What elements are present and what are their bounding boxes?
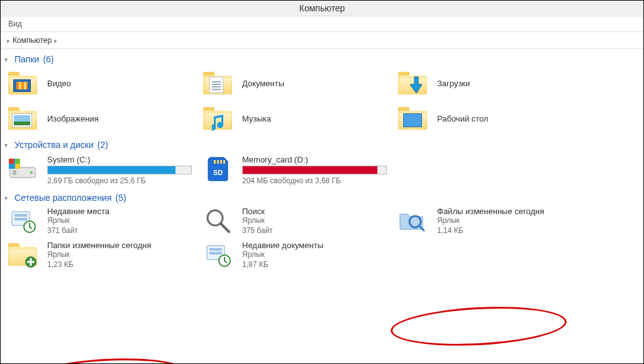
- network-item-type: Ярлык: [437, 216, 544, 226]
- network-recent-places[interactable]: Недавние места Ярлык 371 байт: [7, 205, 202, 237]
- recent-places-icon: [7, 207, 38, 234]
- drive-memory-card[interactable]: SD Memory_card (D:) 204 МБ свободно из 3…: [202, 152, 397, 188]
- section-folders-count: (6): [43, 54, 53, 64]
- annotation-circle-icon: [390, 303, 568, 350]
- folder-label: Музыка: [242, 114, 271, 123]
- network-item-size: 1,23 КБ: [47, 260, 151, 270]
- svg-rect-24: [209, 252, 222, 254]
- section-drives[interactable]: ▾ Устройства и диски (2): [1, 135, 643, 152]
- svg-rect-6: [9, 164, 14, 169]
- section-drives-title: Устройства и диски: [14, 140, 94, 150]
- drive-capacity-bar: [242, 166, 387, 174]
- folder-label: Изображения: [47, 114, 99, 123]
- svg-text:SD: SD: [213, 169, 223, 176]
- folder-documents[interactable]: Документы: [202, 67, 397, 100]
- svg-rect-8: [214, 160, 216, 164]
- network-item-name: Папки измененные сегодня: [47, 241, 151, 250]
- music-folder-icon: [202, 105, 233, 132]
- breadcrumb-root[interactable]: Компьютер: [13, 36, 52, 45]
- section-network-title: Сетевые расположения: [14, 193, 112, 203]
- network-item-type: Ярлык: [47, 216, 109, 226]
- menu-bar: Вид: [1, 16, 643, 32]
- hdd-icon: [7, 155, 38, 183]
- network-item-name: Поиск: [242, 207, 273, 216]
- network-item-size: 1,14 КБ: [437, 226, 544, 236]
- svg-rect-14: [14, 214, 27, 217]
- network-search[interactable]: Поиск Ярлык 375 байт: [202, 205, 397, 237]
- network-folders-today[interactable]: Папки измененные сегодня Ярлык 1,23 КБ: [7, 239, 202, 271]
- section-folders[interactable]: ▾ Папки (6): [1, 49, 643, 67]
- search-icon: [202, 207, 233, 234]
- network-item-type: Ярлык: [242, 216, 273, 226]
- folder-label: Видео: [47, 79, 71, 88]
- svg-rect-10: [220, 160, 222, 164]
- drive-system[interactable]: System (C:) 2,69 ГБ свободно из 25,6 ГБ: [7, 152, 202, 188]
- network-item-name: Недавние места: [47, 207, 109, 216]
- pictures-folder-icon: [7, 105, 38, 132]
- folder-videos[interactable]: Видео: [7, 67, 202, 100]
- section-folders-title: Папки: [14, 54, 39, 64]
- network-item-name: Недавние документы: [242, 241, 323, 250]
- collapse-icon: ▾: [4, 195, 11, 202]
- network-files-today[interactable]: Файлы измененные сегодня Ярлык 1,14 КБ: [397, 205, 592, 237]
- sd-card-icon: SD: [202, 155, 233, 183]
- annotation-circle-icon: [24, 355, 189, 364]
- svg-rect-7: [15, 164, 20, 169]
- svg-rect-5: [15, 159, 20, 164]
- documents-folder-icon: [202, 69, 233, 97]
- collapse-icon: ▾: [4, 56, 11, 63]
- drive-free-text: 204 МБ свободно из 3,68 ГБ: [242, 176, 387, 185]
- breadcrumb[interactable]: ▸ Компьютер ▸: [1, 32, 643, 49]
- folder-pictures[interactable]: Изображения: [7, 102, 202, 135]
- section-network[interactable]: ▾ Сетевые расположения (5): [1, 188, 643, 205]
- folder-label: Документы: [242, 79, 284, 88]
- svg-rect-1: [13, 170, 16, 175]
- folder-downloads[interactable]: Загрузки: [397, 67, 592, 100]
- drive-free-text: 2,69 ГБ свободно из 25,6 ГБ: [47, 176, 192, 185]
- svg-rect-15: [14, 218, 27, 220]
- svg-rect-4: [9, 159, 14, 164]
- svg-rect-23: [209, 248, 222, 251]
- chevron-right-icon: ▸: [7, 37, 10, 44]
- section-network-count: (5): [116, 193, 126, 203]
- svg-point-2: [30, 171, 33, 174]
- chevron-right-icon: ▸: [54, 37, 57, 44]
- folder-label: Рабочий стол: [437, 114, 489, 123]
- desktop-folder-icon: [397, 105, 428, 132]
- network-recent-docs[interactable]: Недавние документы Ярлык 1,87 КБ: [202, 239, 397, 271]
- drive-fill: [243, 166, 377, 174]
- downloads-folder-icon: [397, 69, 428, 97]
- folder-music[interactable]: Музыка: [202, 102, 397, 135]
- network-item-size: 371 байт: [47, 226, 109, 236]
- collapse-icon: ▾: [4, 142, 11, 149]
- drive-name: System (C:): [47, 155, 192, 164]
- svg-line-18: [221, 224, 229, 232]
- folder-label: Загрузки: [437, 79, 470, 88]
- drive-capacity-bar: [47, 166, 192, 174]
- folder-desktop[interactable]: Рабочий стол: [397, 102, 592, 135]
- svg-rect-9: [217, 160, 219, 164]
- drive-fill: [48, 166, 175, 174]
- network-item-size: 375 байт: [242, 226, 273, 236]
- network-item-type: Ярлык: [242, 250, 323, 260]
- network-item-type: Ярлык: [47, 250, 151, 260]
- menu-view[interactable]: Вид: [8, 20, 22, 28]
- network-item-name: Файлы измененные сегодня: [437, 207, 544, 216]
- network-item-size: 1,87 КБ: [242, 260, 323, 270]
- folder-add-icon: [7, 241, 38, 268]
- search-folder-icon: [397, 207, 428, 234]
- recent-docs-icon: [202, 241, 233, 268]
- svg-rect-11: [223, 160, 225, 164]
- drive-name: Memory_card (D:): [242, 155, 387, 164]
- section-drives-count: (2): [97, 140, 108, 150]
- window-title: Компьютер: [1, 1, 643, 16]
- videos-folder-icon: [7, 69, 38, 97]
